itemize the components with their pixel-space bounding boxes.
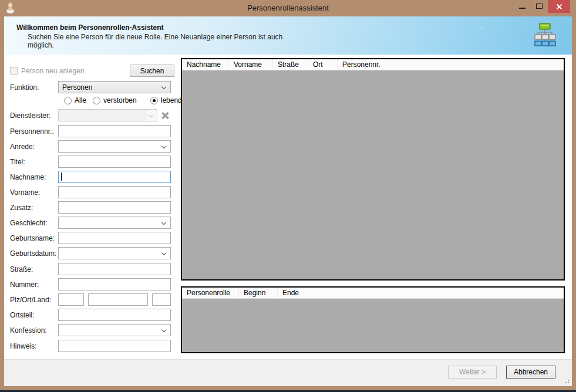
strasse-input[interactable] xyxy=(58,263,171,275)
strasse-label: Straße: xyxy=(10,265,58,273)
column-header[interactable]: Straße xyxy=(273,59,308,70)
roles-table-header: Personenrolle Beginn Ende xyxy=(182,288,564,299)
anrede-select[interactable] xyxy=(58,140,171,153)
geschlecht-select[interactable] xyxy=(58,217,171,229)
column-header[interactable]: Nachname xyxy=(182,59,229,70)
column-header[interactable]: Beginn xyxy=(239,288,278,298)
funktion-select[interactable]: Personen xyxy=(58,81,171,93)
dienstleister-select[interactable] xyxy=(58,109,157,121)
geburtsdatum-label: Geburtsdatum: xyxy=(10,249,58,258)
column-header[interactable]: Vorname xyxy=(229,59,273,70)
nachname-input[interactable] xyxy=(58,171,171,183)
wizard-content: Willkommen beim Personenrollen-Assistent… xyxy=(4,16,572,386)
search-button[interactable]: Suchen xyxy=(130,65,174,77)
radio-circle-icon xyxy=(150,97,158,104)
roles-table: Personenrolle Beginn Ende xyxy=(181,286,565,353)
ortsteil-input[interactable] xyxy=(58,309,171,321)
column-header[interactable]: Personenrolle xyxy=(182,288,239,298)
new-person-checkbox[interactable] xyxy=(10,67,18,75)
konfession-label: Konfession: xyxy=(10,326,58,334)
konfession-select[interactable] xyxy=(58,324,171,336)
vorname-label: Vorname: xyxy=(10,188,58,197)
anrede-label: Anrede: xyxy=(10,143,58,151)
geburtsname-input[interactable] xyxy=(58,232,171,244)
zusatz-input[interactable] xyxy=(58,201,171,214)
geburtsname-label: Geburtsname: xyxy=(10,234,58,242)
titlebar[interactable]: Personenrollenassistent xyxy=(0,0,576,16)
chevron-down-icon xyxy=(161,85,166,89)
land-input[interactable] xyxy=(152,293,171,306)
nachname-label: Nachname: xyxy=(10,173,58,181)
minimize-icon xyxy=(519,8,526,9)
close-button[interactable] xyxy=(548,0,570,13)
results-table: Nachname Vorname Straße Ort Personennr. xyxy=(181,58,565,281)
wizard-window: Personenrollenassistent Willkommen beim … xyxy=(0,0,576,392)
chevron-down-icon xyxy=(161,251,166,255)
titel-label: Titel: xyxy=(10,158,58,166)
minimize-button[interactable] xyxy=(514,0,531,13)
results-table-body[interactable] xyxy=(182,70,564,279)
hinweis-input[interactable] xyxy=(58,340,171,352)
plz-input[interactable] xyxy=(58,293,84,306)
new-person-label: Person neu anlegen xyxy=(21,67,84,75)
geburtsdatum-select[interactable] xyxy=(58,247,171,259)
wizard-header-title: Willkommen beim Personenrollen-Assistent xyxy=(16,23,164,32)
titel-input[interactable] xyxy=(58,156,171,168)
zusatz-label: Zusatz: xyxy=(10,204,58,212)
main-area: Person neu anlegen Suchen Funktion: Pers… xyxy=(4,55,572,359)
funktion-value: Personen xyxy=(59,83,92,92)
wizard-header-subtitle: Suchen Sie eine Person für die neue Roll… xyxy=(28,33,292,49)
next-button[interactable]: Weiter > xyxy=(448,366,497,379)
plz-ort-land-label: Plz/Ort/Land: xyxy=(10,296,58,304)
maximize-icon xyxy=(536,4,543,9)
chevron-down-icon xyxy=(161,220,166,225)
vorname-input[interactable] xyxy=(58,186,171,198)
ortsteil-label: Ortsteil: xyxy=(10,311,58,319)
nummer-input[interactable] xyxy=(58,278,171,290)
window-controls xyxy=(514,0,570,13)
clear-dienstleister-icon[interactable] xyxy=(161,111,170,120)
wizard-header: Willkommen beim Personenrollen-Assistent… xyxy=(4,16,572,55)
radio-circle-icon xyxy=(64,97,72,104)
cancel-button[interactable]: Abbrechen xyxy=(506,366,555,379)
radio-verstorben[interactable]: verstorben xyxy=(93,96,137,104)
ort-input[interactable] xyxy=(88,293,148,306)
radio-circle-icon xyxy=(93,97,100,104)
column-header[interactable]: Ende xyxy=(278,288,564,298)
window-title: Personenrollenassistent xyxy=(0,4,576,12)
orgchart-icon xyxy=(533,22,557,49)
text-caret xyxy=(61,173,62,181)
search-form-panel: Person neu anlegen Suchen Funktion: Pers… xyxy=(4,55,178,355)
results-table-header: Nachname Vorname Straße Ort Personennr. xyxy=(182,59,564,70)
dienstleister-label: Dienstleister: xyxy=(10,111,58,120)
status-radio-group: Alle verstorben lebende xyxy=(10,96,178,104)
roles-table-body[interactable] xyxy=(182,299,564,352)
column-header[interactable]: Ort xyxy=(308,59,338,70)
nummer-label: Nummer: xyxy=(10,281,58,289)
maximize-button[interactable] xyxy=(531,0,548,13)
chevron-down-icon xyxy=(161,327,166,332)
column-header[interactable]: Personennr. xyxy=(338,59,564,70)
hinweis-label: Hinweis: xyxy=(10,342,58,350)
personnennr-input[interactable] xyxy=(58,125,171,137)
footer-bar: Weiter > Abbrechen xyxy=(4,359,572,386)
geschlecht-label: Geschlecht: xyxy=(10,219,58,227)
close-icon xyxy=(556,4,562,10)
funktion-label: Funktion: xyxy=(10,83,58,92)
resize-grip[interactable] xyxy=(563,377,569,383)
chevron-down-icon xyxy=(161,144,166,148)
personnennr-label: Personnennr.: xyxy=(10,127,58,136)
radio-alle[interactable]: Alle xyxy=(64,96,86,104)
